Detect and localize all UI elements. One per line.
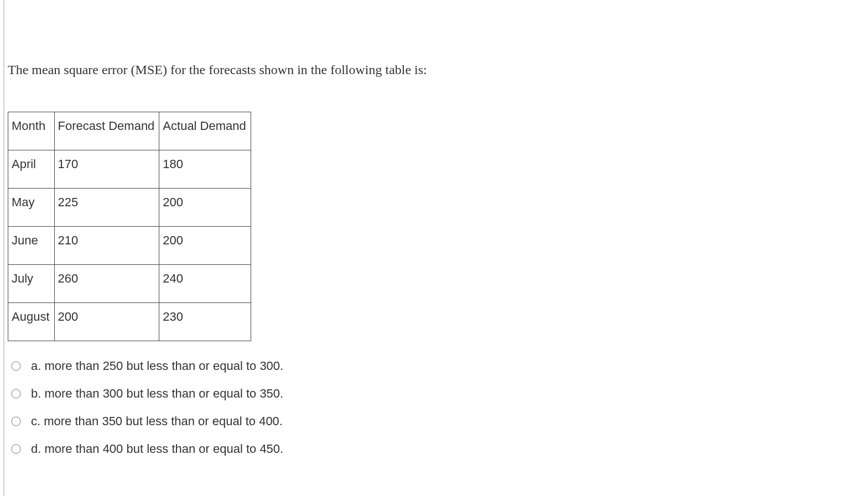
table-cell-month: May <box>8 188 55 226</box>
option-label: b. more than 300 but less than or equal … <box>31 387 283 401</box>
forecast-table: Month Forecast Demand Actual Demand Apri… <box>8 112 251 341</box>
table-row: April 170 180 <box>8 150 251 188</box>
table-row: May 225 200 <box>8 188 251 226</box>
option-label: d. more than 400 but less than or equal … <box>31 442 283 456</box>
table-cell-actual: 230 <box>159 302 251 341</box>
option-b[interactable]: b. more than 300 but less than or equal … <box>11 380 868 408</box>
question-text: The mean square error (MSE) for the fore… <box>4 0 868 80</box>
option-label: a. more than 250 but less than or equal … <box>31 359 283 373</box>
table-row: July 260 240 <box>8 264 251 302</box>
table-cell-month: August <box>8 302 55 341</box>
table-cell-actual: 240 <box>159 264 251 302</box>
table-cell-month: April <box>8 150 55 188</box>
radio-icon[interactable] <box>11 416 21 426</box>
table-cell-forecast: 200 <box>54 302 159 341</box>
answer-options: a. more than 250 but less than or equal … <box>11 352 868 463</box>
table-header-month: Month <box>8 112 55 150</box>
radio-icon[interactable] <box>11 444 21 454</box>
radio-icon[interactable] <box>11 389 21 399</box>
option-label: c. more than 350 but less than or equal … <box>31 414 283 429</box>
table-cell-month: July <box>8 264 55 302</box>
table-row: August 200 230 <box>8 302 251 341</box>
table-cell-forecast: 225 <box>54 188 159 226</box>
table-header-actual: Actual Demand <box>159 112 251 150</box>
table-cell-actual: 200 <box>159 188 251 226</box>
table-cell-actual: 180 <box>159 150 251 188</box>
table-row: June 210 200 <box>8 226 251 264</box>
option-d[interactable]: d. more than 400 but less than or equal … <box>11 435 868 463</box>
table-cell-forecast: 210 <box>54 226 159 264</box>
table-cell-forecast: 170 <box>54 150 159 188</box>
table-cell-actual: 200 <box>159 226 251 264</box>
table-cell-forecast: 260 <box>54 264 159 302</box>
option-a[interactable]: a. more than 250 but less than or equal … <box>11 352 868 380</box>
option-c[interactable]: c. more than 350 but less than or equal … <box>11 408 868 435</box>
radio-icon[interactable] <box>11 361 21 371</box>
table-header-forecast: Forecast Demand <box>54 112 159 150</box>
table-header-row: Month Forecast Demand Actual Demand <box>8 112 251 150</box>
table-cell-month: June <box>8 226 55 264</box>
